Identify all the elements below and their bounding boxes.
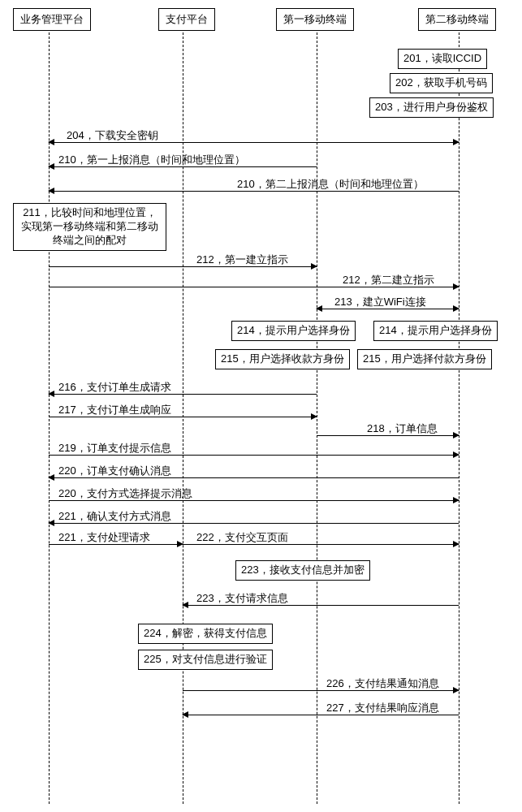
participant-payment-platform: 支付平台 xyxy=(158,8,215,31)
lifeline-p2 xyxy=(183,32,183,804)
msg-218-label: 218，订单信息 xyxy=(365,421,439,436)
lifeline-p3 xyxy=(317,32,317,804)
msg-204-label: 204，下载安全密钥 xyxy=(65,128,160,143)
note-215a: 215，用户选择收款方身份 xyxy=(215,349,350,369)
msg-219-label: 219，订单支付提示信息 xyxy=(57,441,173,456)
msg-217-label: 217，支付订单生成响应 xyxy=(57,403,173,417)
note-224: 224，解密，获得支付信息 xyxy=(138,624,273,644)
note-215b: 215，用户选择付款方身份 xyxy=(357,349,492,369)
msg-221a-label: 221，确认支付方式消息 xyxy=(57,509,173,524)
msg-227-label: 227，支付结果响应消息 xyxy=(325,701,441,715)
lifeline-p4 xyxy=(459,32,459,804)
msg-221b-label: 221，支付处理请求 xyxy=(57,530,152,545)
msg-213-label: 213，建立WiFi连接 xyxy=(333,295,428,309)
note-203: 203，进行用户身份鉴权 xyxy=(369,97,494,118)
note-211: 211，比较时间和地理位置，实现第一移动终端和第二移动终端之间的配对 xyxy=(13,203,166,251)
note-201: 201，读取ICCID xyxy=(398,49,487,69)
msg-216-label: 216，支付订单生成请求 xyxy=(57,380,173,395)
lifeline-p1 xyxy=(49,32,50,804)
note-225: 225，对支付信息进行验证 xyxy=(138,650,273,670)
msg-210a-label: 210，第一上报消息（时间和地理位置） xyxy=(57,153,247,167)
msg-223a-label: 223，支付请求信息 xyxy=(195,591,290,606)
msg-212a-label: 212，第一建立指示 xyxy=(195,253,290,267)
note-214b: 214，提示用户选择身份 xyxy=(373,321,498,341)
note-214a: 214，提示用户选择身份 xyxy=(231,321,356,341)
msg-210b-label: 210，第二上报消息（时间和地理位置） xyxy=(235,177,425,192)
participant-second-terminal: 第二移动终端 xyxy=(418,8,496,31)
participant-first-terminal: 第一移动终端 xyxy=(276,8,354,31)
msg-222-label: 222，支付交互页面 xyxy=(195,530,290,545)
msg-226-label: 226，支付结果通知消息 xyxy=(325,676,441,691)
note-202: 202，获取手机号码 xyxy=(390,73,493,93)
msg-220a-label: 220，订单支付确认消息 xyxy=(57,464,173,478)
note-223b: 223，接收支付信息并加密 xyxy=(235,560,370,581)
participant-business-platform: 业务管理平台 xyxy=(13,8,91,31)
msg-212b-label: 212，第二建立指示 xyxy=(341,273,436,287)
sequence-diagram: 业务管理平台 支付平台 第一移动终端 第二移动终端 201，读取ICCID 20… xyxy=(8,8,514,804)
msg-220b-label: 220，支付方式选择提示消息 xyxy=(57,486,194,501)
